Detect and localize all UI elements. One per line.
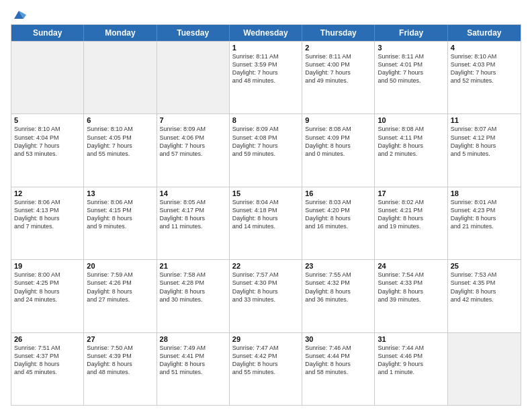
cell-info: Sunrise: 8:10 AM Sunset: 4:05 PM Dayligh… (87, 125, 153, 158)
day-number: 31 (378, 335, 444, 343)
logo-icon (11, 7, 26, 21)
cell-info: Sunrise: 7:55 AM Sunset: 4:32 PM Dayligh… (305, 271, 371, 304)
day-number: 6 (87, 116, 153, 124)
calendar-cell: 25Sunrise: 7:53 AM Sunset: 4:35 PM Dayli… (448, 260, 521, 332)
calendar-cell (84, 42, 157, 113)
calendar-cell: 13Sunrise: 8:06 AM Sunset: 4:15 PM Dayli… (84, 187, 157, 259)
page: SundayMondayTuesdayWednesdayThursdayFrid… (0, 0, 532, 411)
calendar-cell: 12Sunrise: 8:06 AM Sunset: 4:13 PM Dayli… (11, 187, 84, 259)
day-number: 19 (14, 262, 81, 270)
cell-info: Sunrise: 8:01 AM Sunset: 4:23 PM Dayligh… (451, 198, 518, 231)
calendar-cell: 21Sunrise: 7:58 AM Sunset: 4:28 PM Dayli… (157, 260, 230, 332)
day-number: 26 (14, 335, 81, 343)
cell-info: Sunrise: 8:02 AM Sunset: 4:21 PM Dayligh… (378, 198, 444, 231)
day-number: 20 (87, 262, 153, 270)
day-number: 22 (232, 262, 299, 270)
weekday-header: Saturday (448, 25, 521, 41)
calendar-cell: 8Sunrise: 8:09 AM Sunset: 4:08 PM Daylig… (230, 114, 302, 186)
calendar-row: 26Sunrise: 7:51 AM Sunset: 4:37 PM Dayli… (11, 332, 521, 405)
header (11, 8, 521, 20)
calendar-cell: 6Sunrise: 8:10 AM Sunset: 4:05 PM Daylig… (84, 114, 157, 186)
weekday-header: Friday (375, 25, 447, 41)
calendar-body: 1Sunrise: 8:11 AM Sunset: 3:59 PM Daylig… (11, 41, 521, 405)
calendar-row: 19Sunrise: 8:00 AM Sunset: 4:25 PM Dayli… (11, 259, 521, 332)
calendar-cell: 30Sunrise: 7:46 AM Sunset: 4:44 PM Dayli… (302, 333, 375, 405)
day-number: 2 (305, 44, 371, 52)
calendar-cell: 19Sunrise: 8:00 AM Sunset: 4:25 PM Dayli… (11, 260, 84, 332)
day-number: 10 (378, 116, 444, 124)
cell-info: Sunrise: 7:54 AM Sunset: 4:33 PM Dayligh… (378, 271, 444, 304)
calendar-cell: 1Sunrise: 8:11 AM Sunset: 3:59 PM Daylig… (230, 42, 302, 113)
weekday-header: Tuesday (157, 25, 230, 41)
calendar-cell: 27Sunrise: 7:50 AM Sunset: 4:39 PM Dayli… (84, 333, 157, 405)
cell-info: Sunrise: 8:08 AM Sunset: 4:11 PM Dayligh… (378, 125, 444, 158)
day-number: 8 (232, 116, 299, 124)
calendar-cell: 4Sunrise: 8:10 AM Sunset: 4:03 PM Daylig… (448, 42, 521, 113)
day-number: 7 (160, 116, 226, 124)
calendar-cell: 20Sunrise: 7:59 AM Sunset: 4:26 PM Dayli… (84, 260, 157, 332)
cell-info: Sunrise: 7:57 AM Sunset: 4:30 PM Dayligh… (232, 271, 299, 304)
day-number: 27 (87, 335, 153, 343)
cell-info: Sunrise: 7:47 AM Sunset: 4:42 PM Dayligh… (232, 344, 299, 377)
weekday-header: Wednesday (230, 25, 302, 41)
calendar-cell: 2Sunrise: 8:11 AM Sunset: 4:00 PM Daylig… (302, 42, 375, 113)
cell-info: Sunrise: 8:04 AM Sunset: 4:18 PM Dayligh… (232, 198, 299, 231)
cell-info: Sunrise: 8:03 AM Sunset: 4:20 PM Dayligh… (305, 198, 371, 231)
day-number: 24 (378, 262, 444, 270)
calendar-cell: 5Sunrise: 8:10 AM Sunset: 4:04 PM Daylig… (11, 114, 84, 186)
calendar-row: 1Sunrise: 8:11 AM Sunset: 3:59 PM Daylig… (11, 41, 521, 113)
calendar-cell: 28Sunrise: 7:49 AM Sunset: 4:41 PM Dayli… (157, 333, 230, 405)
cell-info: Sunrise: 8:07 AM Sunset: 4:12 PM Dayligh… (451, 125, 518, 158)
day-number: 21 (160, 262, 226, 270)
day-number: 16 (305, 189, 371, 197)
day-number: 13 (87, 189, 153, 197)
cell-info: Sunrise: 8:11 AM Sunset: 4:00 PM Dayligh… (305, 52, 371, 85)
cell-info: Sunrise: 7:53 AM Sunset: 4:35 PM Dayligh… (451, 271, 518, 304)
cell-info: Sunrise: 7:59 AM Sunset: 4:26 PM Dayligh… (87, 271, 153, 304)
day-number: 30 (305, 335, 371, 343)
day-number: 25 (451, 262, 518, 270)
cell-info: Sunrise: 8:06 AM Sunset: 4:13 PM Dayligh… (14, 198, 81, 231)
calendar-cell: 3Sunrise: 8:11 AM Sunset: 4:01 PM Daylig… (375, 42, 447, 113)
cell-info: Sunrise: 8:11 AM Sunset: 4:01 PM Dayligh… (378, 52, 444, 85)
cell-info: Sunrise: 8:11 AM Sunset: 3:59 PM Dayligh… (232, 52, 299, 85)
calendar-cell (157, 42, 230, 113)
cell-info: Sunrise: 7:50 AM Sunset: 4:39 PM Dayligh… (87, 344, 153, 377)
calendar-cell: 15Sunrise: 8:04 AM Sunset: 4:18 PM Dayli… (230, 187, 302, 259)
calendar-cell: 31Sunrise: 7:44 AM Sunset: 4:46 PM Dayli… (375, 333, 447, 405)
day-number: 9 (305, 116, 371, 124)
day-number: 15 (232, 189, 299, 197)
cell-info: Sunrise: 7:58 AM Sunset: 4:28 PM Dayligh… (160, 271, 226, 304)
calendar-cell: 23Sunrise: 7:55 AM Sunset: 4:32 PM Dayli… (302, 260, 375, 332)
cell-info: Sunrise: 7:44 AM Sunset: 4:46 PM Dayligh… (378, 344, 444, 377)
calendar-cell: 24Sunrise: 7:54 AM Sunset: 4:33 PM Dayli… (375, 260, 447, 332)
day-number: 1 (232, 44, 299, 52)
calendar: SundayMondayTuesdayWednesdayThursdayFrid… (11, 24, 521, 406)
calendar-cell: 22Sunrise: 7:57 AM Sunset: 4:30 PM Dayli… (230, 260, 302, 332)
day-number: 23 (305, 262, 371, 270)
day-number: 4 (451, 44, 518, 52)
calendar-row: 12Sunrise: 8:06 AM Sunset: 4:13 PM Dayli… (11, 187, 521, 259)
cell-info: Sunrise: 8:00 AM Sunset: 4:25 PM Dayligh… (14, 271, 81, 304)
calendar-cell: 26Sunrise: 7:51 AM Sunset: 4:37 PM Dayli… (11, 333, 84, 405)
cell-info: Sunrise: 8:10 AM Sunset: 4:04 PM Dayligh… (14, 125, 81, 158)
cell-info: Sunrise: 7:49 AM Sunset: 4:41 PM Dayligh… (160, 344, 226, 377)
day-number: 17 (378, 189, 444, 197)
day-number: 3 (378, 44, 444, 52)
calendar-cell: 16Sunrise: 8:03 AM Sunset: 4:20 PM Dayli… (302, 187, 375, 259)
cell-info: Sunrise: 8:08 AM Sunset: 4:09 PM Dayligh… (305, 125, 371, 158)
weekday-header: Sunday (11, 25, 84, 41)
calendar-cell (11, 42, 84, 113)
day-number: 12 (14, 189, 81, 197)
logo (11, 8, 26, 20)
calendar-cell: 17Sunrise: 8:02 AM Sunset: 4:21 PM Dayli… (375, 187, 447, 259)
calendar-cell: 10Sunrise: 8:08 AM Sunset: 4:11 PM Dayli… (375, 114, 447, 186)
weekday-header: Thursday (302, 25, 375, 41)
cell-info: Sunrise: 8:09 AM Sunset: 4:08 PM Dayligh… (232, 125, 299, 158)
cell-info: Sunrise: 8:06 AM Sunset: 4:15 PM Dayligh… (87, 198, 153, 231)
day-number: 29 (232, 335, 299, 343)
cell-info: Sunrise: 8:10 AM Sunset: 4:03 PM Dayligh… (451, 52, 518, 85)
calendar-header: SundayMondayTuesdayWednesdayThursdayFrid… (11, 25, 521, 41)
calendar-cell: 29Sunrise: 7:47 AM Sunset: 4:42 PM Dayli… (230, 333, 302, 405)
calendar-cell: 9Sunrise: 8:08 AM Sunset: 4:09 PM Daylig… (302, 114, 375, 186)
